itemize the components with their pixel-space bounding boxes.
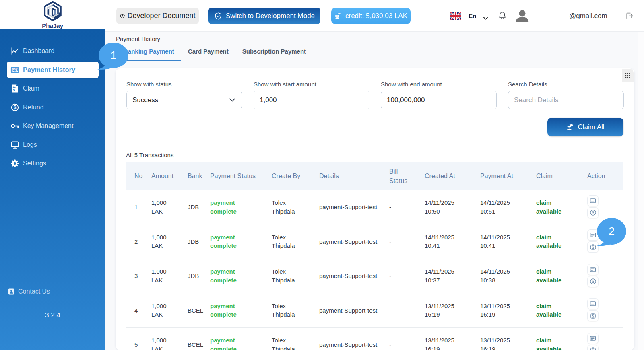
svg-text:$: $: [14, 105, 17, 110]
svg-text:pay: pay: [12, 67, 18, 71]
svg-text:1: 1: [110, 49, 116, 62]
svg-text:$: $: [13, 88, 15, 92]
svg-text:2: 2: [609, 225, 615, 237]
